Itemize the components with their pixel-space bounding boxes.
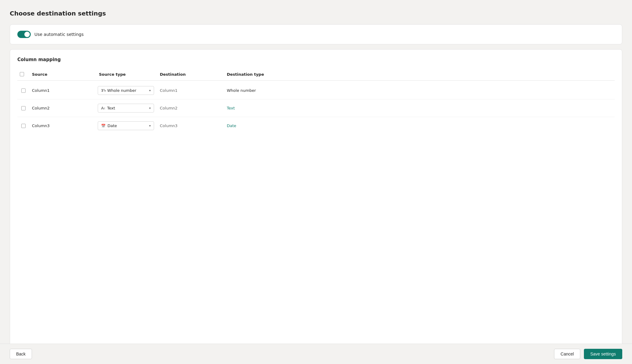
row1-source-type-label: Whole number	[107, 88, 147, 93]
footer-right-actions: Cancel Save settings	[554, 349, 622, 359]
date-type-icon: 📅	[101, 124, 106, 128]
row2-source-type-cell: Ac Text ▾	[97, 101, 157, 115]
row1-source: Column1	[30, 86, 97, 95]
row3-source: Column3	[30, 121, 97, 130]
header-destination: Destination	[157, 71, 224, 78]
footer: Back Cancel Save settings	[0, 344, 632, 364]
header-destination-type: Destination type	[224, 71, 615, 78]
row1-destination-type: Whole number	[224, 86, 615, 95]
row1-source-type-cell: 1²₃ Whole number ▾	[97, 84, 157, 97]
cancel-button[interactable]: Cancel	[554, 349, 580, 359]
section-title: Column mapping	[17, 57, 615, 62]
row2-source-type-label: Text	[107, 106, 147, 110]
toggle-label: Use automatic settings	[34, 32, 84, 37]
row3-dropdown-chevron: ▾	[149, 124, 151, 127]
toggle-row: Use automatic settings	[17, 31, 615, 38]
row2-checkbox-cell	[17, 106, 30, 110]
table-row: Column1 1²₃ Whole number ▾ Column1 Whole…	[17, 82, 615, 99]
header-source: Source	[30, 71, 97, 78]
row2-checkbox[interactable]	[21, 106, 26, 110]
row2-destination: Column2	[157, 103, 224, 113]
back-button[interactable]: Back	[10, 349, 32, 359]
row3-destination-type: Date	[224, 121, 615, 130]
automatic-settings-card: Use automatic settings	[10, 24, 622, 44]
row1-destination: Column1	[157, 86, 224, 95]
row3-checkbox-cell	[17, 124, 30, 128]
table-row: Column3 📅 Date ▾ Column3 Date	[17, 117, 615, 134]
row2-destination-type: Text	[224, 103, 615, 113]
row2-source-type-dropdown[interactable]: Ac Text ▾	[98, 104, 154, 113]
row1-checkbox[interactable]	[21, 88, 26, 93]
row1-dropdown-chevron: ▾	[149, 89, 151, 92]
page-title: Choose destination settings	[10, 10, 622, 17]
row3-destination: Column3	[157, 121, 224, 130]
row1-source-type-dropdown[interactable]: 1²₃ Whole number ▾	[98, 86, 154, 95]
column-mapping-card: Column mapping Source Source type Destin…	[10, 49, 622, 354]
table-row: Column2 Ac Text ▾ Column2 Text	[17, 99, 615, 117]
row3-source-type-label: Date	[107, 123, 147, 128]
automatic-settings-toggle[interactable]	[17, 31, 31, 38]
row2-dropdown-chevron: ▾	[149, 106, 151, 110]
header-checkbox-cell	[17, 71, 30, 78]
header-source-type: Source type	[97, 71, 157, 78]
row3-checkbox[interactable]	[21, 124, 26, 128]
select-all-checkbox[interactable]	[20, 72, 24, 76]
row2-source: Column2	[30, 103, 97, 113]
row1-checkbox-cell	[17, 88, 30, 93]
save-settings-button[interactable]: Save settings	[584, 349, 622, 359]
text-type-icon: Ac	[101, 106, 105, 110]
table-header: Source Source type Destination Destinati…	[17, 68, 615, 81]
whole-number-icon: 1²₃	[101, 88, 105, 92]
row3-source-type-dropdown[interactable]: 📅 Date ▾	[98, 121, 154, 130]
row3-source-type-cell: 📅 Date ▾	[97, 119, 157, 133]
